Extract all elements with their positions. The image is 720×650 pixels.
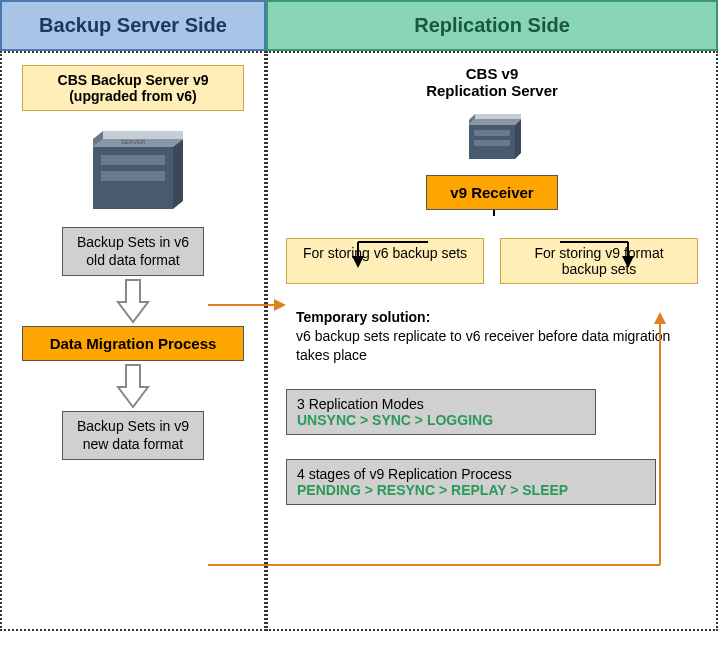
cbs-rep-line1: CBS v9 [268, 65, 716, 82]
content-row: CBS Backup Server v9 (upgraded from v6) … [0, 51, 720, 631]
replication-stages-box: 4 stages of v9 Replication Process PENDI… [286, 459, 656, 505]
svg-rect-16 [474, 140, 510, 146]
server-icon [457, 107, 527, 165]
data-migration-box: Data Migration Process [22, 326, 244, 361]
svg-marker-8 [118, 280, 148, 322]
cbs-title-line1: CBS Backup Server v9 [33, 72, 233, 88]
cbs-rep-line2: Replication Server [268, 82, 716, 99]
header-row: Backup Server Side Replication Side [0, 0, 720, 51]
column-replication: CBS v9 Replication Server [266, 51, 718, 631]
svg-marker-1 [103, 131, 183, 139]
backup-sets-v6-box: Backup Sets in v6 old data format [62, 227, 204, 276]
backup-sets-v6-text: Backup Sets in v6 old data format [77, 234, 189, 268]
replication-modes-box: 3 Replication Modes UNSYNC > SYNC > LOGG… [286, 389, 596, 435]
cbs-replication-title: CBS v9 Replication Server [268, 65, 716, 99]
svg-marker-4 [173, 139, 183, 209]
header-backup-server-side: Backup Server Side [0, 0, 266, 51]
column-backup-server: CBS Backup Server v9 (upgraded from v6) … [0, 51, 266, 631]
svg-text:SERVER: SERVER [121, 139, 146, 145]
temporary-solution-note: Temporary solution: v6 backup sets repli… [286, 308, 698, 365]
svg-rect-6 [101, 171, 165, 181]
arrow-down-icon [114, 276, 152, 326]
svg-marker-23 [622, 256, 634, 268]
data-migration-text: Data Migration Process [50, 335, 217, 352]
svg-marker-9 [118, 365, 148, 407]
v9-receiver-text: v9 Receiver [450, 184, 533, 201]
svg-rect-15 [474, 130, 510, 136]
cbs-title-line2: (upgraded from v6) [33, 88, 233, 104]
stages-list: PENDING > RESYNC > REPLAY > SLEEP [297, 482, 645, 498]
svg-marker-14 [515, 119, 521, 159]
svg-marker-11 [475, 114, 521, 119]
stages-title: 4 stages of v9 Replication Process [297, 466, 645, 482]
backup-sets-v9-box: Backup Sets in v9 new data format [62, 411, 204, 460]
server-icon: SERVER [73, 119, 193, 219]
arrow-down-icon [114, 361, 152, 411]
svg-marker-10 [469, 119, 521, 125]
backup-sets-v9-text: Backup Sets in v9 new data format [77, 418, 189, 452]
svg-rect-5 [101, 155, 165, 165]
cbs-backup-server-box: CBS Backup Server v9 (upgraded from v6) [22, 65, 244, 111]
v9-receiver-box: v9 Receiver [426, 175, 558, 210]
header-replication-side: Replication Side [266, 0, 718, 51]
modes-list: UNSYNC > SYNC > LOGGING [297, 412, 585, 428]
temp-note-title: Temporary solution: [296, 309, 430, 325]
modes-title: 3 Replication Modes [297, 396, 585, 412]
svg-marker-20 [352, 256, 364, 268]
temp-note-body: v6 backup sets replicate to v6 receiver … [296, 328, 670, 363]
